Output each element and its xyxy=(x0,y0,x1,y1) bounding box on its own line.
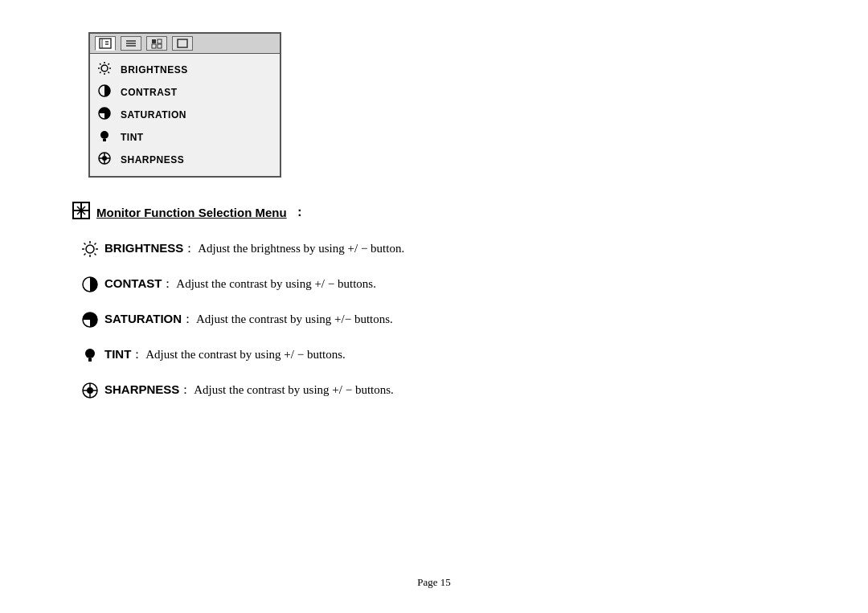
sharpness-icon-desc xyxy=(80,382,100,403)
tab4-icon xyxy=(176,38,189,49)
brightness-desc-text: BRIGHTNESS： Adjust the brightness by usi… xyxy=(104,239,404,257)
osd-tab-3[interactable] xyxy=(146,36,167,51)
saturation-label-menu: SATURATION xyxy=(121,109,186,121)
svg-line-19 xyxy=(108,63,109,64)
contrast-body: Adjust the contrast by using xyxy=(174,277,311,290)
svg-rect-0 xyxy=(100,39,111,48)
sharpness-term: SHARPNESS xyxy=(104,382,179,396)
saturation-body: Adjust the contrast by using xyxy=(194,313,331,325)
svg-rect-11 xyxy=(178,39,187,47)
brightness-label-menu: BRIGHTNESS xyxy=(121,64,188,76)
osd-menu-items: BRIGHTNESS CONTRAST xyxy=(90,54,280,176)
svg-point-52 xyxy=(87,387,93,394)
sharpness-colon: ： xyxy=(179,383,191,396)
svg-line-20 xyxy=(100,72,100,73)
section-heading-colon: ： xyxy=(293,205,305,220)
svg-line-42 xyxy=(84,243,86,245)
desc-item-tint: 1 TINT： Adjust the contrast by using +/ … xyxy=(80,345,804,368)
tint-desc-text: TINT： Adjust the contrast by using +/ − … xyxy=(104,345,346,363)
osd-item-tint: 1 TINT xyxy=(96,126,273,149)
osd-tab-1[interactable] xyxy=(95,36,116,51)
tab1-icon xyxy=(99,38,112,49)
contrast-desc-text: CONTAST： Adjust the contrast by using +/… xyxy=(104,275,376,292)
osd-tab-4[interactable] xyxy=(172,36,193,51)
svg-line-44 xyxy=(95,243,96,245)
svg-point-12 xyxy=(101,65,108,72)
osd-item-brightness: BRIGHTNESS xyxy=(96,59,273,81)
osd-menu-header xyxy=(90,34,280,54)
section-heading-text: Monitor Function Selection Menu xyxy=(96,206,287,219)
tint-label-menu: TINT xyxy=(121,132,144,143)
section-heading: Monitor Function Selection Menu ： xyxy=(72,202,804,223)
brightness-body: Adjust the brightness by using xyxy=(195,242,344,255)
contrast-term: CONTAST xyxy=(104,276,162,290)
saturation-desc-text: SATURATION： Adjust the contrast by using… xyxy=(104,310,393,328)
desc-list: BRIGHTNESS： Adjust the brightness by usi… xyxy=(80,239,804,403)
saturation-term: SATURATION xyxy=(104,312,182,325)
svg-rect-10 xyxy=(158,44,162,48)
desc-item-contrast: CONTAST： Adjust the contrast by using +/… xyxy=(80,275,804,297)
saturation-colon: ： xyxy=(182,313,194,325)
saturation-icon-desc xyxy=(80,311,100,333)
svg-rect-7 xyxy=(152,39,156,43)
brightness-icon-desc xyxy=(80,240,100,262)
svg-line-45 xyxy=(84,254,86,255)
page-footer: Page 15 xyxy=(417,576,451,589)
svg-point-27 xyxy=(102,156,107,161)
svg-line-18 xyxy=(108,72,109,73)
brightness-icon-menu xyxy=(96,61,113,79)
contrast-icon-menu xyxy=(96,84,113,101)
tint-icon-menu: 1 xyxy=(96,129,113,146)
sharpness-label-menu: SHARPNESS xyxy=(121,154,184,166)
tint-icon-desc: 1 xyxy=(80,346,100,368)
tab3-icon xyxy=(150,38,163,49)
sharpness-buttons: +/ − buttons. xyxy=(330,383,394,396)
osd-menu-box: BRIGHTNESS CONTRAST xyxy=(88,32,281,178)
tab2-icon xyxy=(125,38,137,49)
desc-item-saturation: SATURATION： Adjust the contrast by using… xyxy=(80,310,804,333)
svg-line-43 xyxy=(95,254,96,255)
desc-item-brightness: BRIGHTNESS： Adjust the brightness by usi… xyxy=(80,239,804,262)
brightness-term: BRIGHTNESS xyxy=(104,241,183,255)
svg-point-37 xyxy=(86,245,94,253)
svg-rect-8 xyxy=(158,39,162,43)
svg-line-17 xyxy=(100,63,100,64)
saturation-buttons: +/− buttons. xyxy=(331,313,393,325)
contrast-icon-desc xyxy=(80,276,100,297)
tint-term: TINT xyxy=(104,347,131,361)
brightness-buttons: +/ − button. xyxy=(345,242,404,255)
page-content: BRIGHTNESS CONTRAST xyxy=(0,0,868,448)
osd-item-saturation: SATURATION xyxy=(96,104,273,126)
contrast-label-menu: CONTRAST xyxy=(121,87,178,98)
sharpness-body: Adjust the contrast by using xyxy=(191,383,329,396)
section-icon xyxy=(72,202,90,223)
contrast-buttons: +/ − buttons. xyxy=(312,277,376,290)
brightness-colon: ： xyxy=(183,242,195,255)
osd-tab-2[interactable] xyxy=(121,36,141,51)
svg-text:1: 1 xyxy=(92,357,96,364)
tint-body: Adjust the contrast by using xyxy=(143,348,280,361)
sharpness-desc-text: SHARPNESS： Adjust the contrast by using … xyxy=(104,381,394,398)
svg-text:1: 1 xyxy=(105,137,108,143)
osd-item-contrast: CONTRAST xyxy=(96,81,273,104)
saturation-icon-menu xyxy=(96,106,113,124)
contrast-colon: ： xyxy=(162,277,174,290)
desc-item-sharpness: SHARPNESS： Adjust the contrast by using … xyxy=(80,381,804,403)
tint-colon: ： xyxy=(131,348,143,361)
svg-rect-9 xyxy=(152,44,156,48)
sharpness-icon-menu xyxy=(96,151,113,169)
tint-buttons: +/ − buttons. xyxy=(281,348,346,361)
page-number: Page 15 xyxy=(417,576,451,588)
osd-item-sharpness: SHARPNESS xyxy=(96,149,273,171)
